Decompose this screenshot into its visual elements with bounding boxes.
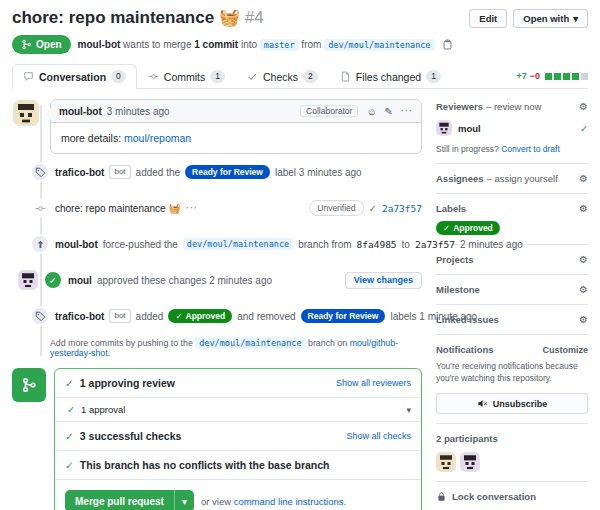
show-all-reviewers-link[interactable]: Show all reviewers <box>336 378 411 388</box>
edit-button[interactable]: Edit <box>469 9 507 28</box>
tab-commits[interactable]: Commits1 <box>137 64 236 89</box>
sidebar-notifications: Notifications Customize You're receiving… <box>436 335 588 424</box>
merge-description: moul-bot wants to merge 1 commit into ma… <box>78 39 435 50</box>
git-merge-icon <box>21 39 32 50</box>
tab-files-changed[interactable]: Files changed1 <box>329 64 452 89</box>
header-buttons: Edit Open with ▾ <box>469 9 588 28</box>
push-hint: Add more commits by pushing to the dev/m… <box>50 338 422 358</box>
merge-row-approval-detail[interactable]: ✓ 1 approval ▾ <box>55 397 421 421</box>
tab-count: 1 <box>426 70 441 83</box>
assign-yourself-action[interactable]: – assign yourself <box>487 173 558 184</box>
comment-icon <box>23 71 34 82</box>
git-merge-status-icon <box>12 368 46 402</box>
avatar[interactable] <box>460 452 480 472</box>
pr-title-text: chore: repo maintenance <box>12 8 214 27</box>
gear-icon[interactable]: ⚙ <box>579 284 588 295</box>
avatar <box>436 120 452 136</box>
comment-box: moul-bot 3 minutes ago Collaborator ☺ ✎ … <box>50 99 422 154</box>
gear-icon[interactable]: ⚙ <box>579 314 588 325</box>
gear-icon[interactable]: ⚙ <box>579 254 588 265</box>
diffstat-block <box>545 73 552 80</box>
base-branch-ref[interactable]: master <box>260 39 299 51</box>
pr-header: chore: repo maintenance 🧺 #4 Edit Open w… <box>12 8 588 28</box>
sidebar-projects: Projects ⚙ <box>436 245 588 275</box>
gear-icon[interactable]: ⚙ <box>579 203 588 214</box>
comment-author[interactable]: moul-bot <box>59 106 102 117</box>
tab-count: 0 <box>111 70 126 83</box>
kebab-menu-icon[interactable]: ··· <box>401 106 413 116</box>
merge-row-conflicts: ✓ This branch has no conflicts with the … <box>55 450 421 479</box>
check-icon: ✓ <box>175 311 182 322</box>
repoman-link[interactable]: moul/repoman <box>124 132 191 144</box>
comment-actions: Collaborator ☺ ✎ ··· <box>300 105 413 117</box>
copy-branch-icon[interactable] <box>442 39 453 50</box>
label-ready-for-review[interactable]: Ready for Review <box>301 309 386 323</box>
label-approved[interactable]: ✓Approved <box>168 309 232 323</box>
participant-avatars <box>436 452 588 472</box>
diffstat-block <box>581 73 588 80</box>
diffstat-block <box>554 73 561 80</box>
check-icon: ✓ <box>65 459 74 471</box>
head-branch-ref[interactable]: dev/moul/maintenance <box>183 238 293 250</box>
sidebar-participants: 2 participants <box>436 424 588 482</box>
reviewer-row[interactable]: moul ✓ <box>436 120 588 136</box>
sidebar-lock: Lock conversation <box>436 482 588 510</box>
bot-badge: bot <box>109 165 130 179</box>
gear-icon[interactable]: ⚙ <box>579 101 588 112</box>
pr-title-emoji: 🧺 <box>219 8 240 27</box>
actor-name[interactable]: moul-bot <box>55 239 98 250</box>
tag-icon <box>30 306 50 326</box>
view-changes-button[interactable]: View changes <box>345 272 422 289</box>
label-ready-for-review[interactable]: Ready for Review <box>185 165 270 179</box>
actor-name[interactable]: trafico-bot <box>55 167 104 178</box>
reviewer-name: moul <box>458 123 481 134</box>
show-all-checks-link[interactable]: Show all checks <box>346 431 411 441</box>
head-branch-ref[interactable]: dev/moul/maintenance <box>324 39 434 51</box>
timeline: moul-bot 3 minutes ago Collaborator ☺ ✎ … <box>12 99 422 358</box>
merge-options-chevron-icon[interactable]: ▾ <box>174 490 194 510</box>
review-now-action[interactable]: – review now <box>486 101 541 112</box>
pencil-edit-icon[interactable]: ✎ <box>385 106 393 117</box>
chevron-down-icon[interactable]: ▾ <box>406 405 411 415</box>
commit-sha-link[interactable]: 2a73f57 <box>382 203 422 214</box>
customize-link[interactable]: Customize <box>542 345 588 355</box>
new-sha-link[interactable]: 2a73f57 <box>415 239 455 250</box>
actor-name[interactable]: moul <box>68 275 92 286</box>
lock-conversation-button[interactable]: Lock conversation <box>436 491 588 502</box>
merge-pull-request-button[interactable]: Merge pull request ▾ <box>65 490 194 510</box>
pr-author[interactable]: moul-bot <box>78 39 121 50</box>
avatar[interactable] <box>13 100 39 126</box>
actor-name[interactable]: trafico-bot <box>55 311 104 322</box>
comment-timestamp[interactable]: 3 minutes ago <box>107 106 170 117</box>
check-icon: ✓ <box>67 404 75 415</box>
tag-icon <box>30 162 50 182</box>
old-sha-link[interactable]: 8fa4985 <box>357 239 397 250</box>
smiley-reaction-icon[interactable]: ☺ <box>366 106 376 117</box>
chevron-down-icon: ▾ <box>573 13 578 24</box>
commit-message[interactable]: chore: repo maintenance 🧺 <box>55 203 181 214</box>
tab-count: 2 <box>303 70 318 83</box>
reviewers-title: Reviewers <box>436 101 483 112</box>
head-branch-ref[interactable]: dev/moul/maintenance <box>195 337 305 349</box>
unsubscribe-button[interactable]: Unsubscribe <box>436 393 588 414</box>
avatar[interactable] <box>18 270 38 290</box>
sidebar-reviewers: Reviewers – review now ⚙ moul ✓ Still in… <box>436 99 588 164</box>
comment-header: moul-bot 3 minutes ago Collaborator ☺ ✎ … <box>51 100 421 123</box>
sidebar: Reviewers – review now ⚙ moul ✓ Still in… <box>436 99 588 510</box>
open-with-button[interactable]: Open with ▾ <box>513 9 588 28</box>
gear-icon[interactable]: ⚙ <box>579 173 588 184</box>
commit-expand-icon[interactable]: ··· <box>186 203 198 213</box>
convert-to-draft-link[interactable]: Convert to draft <box>501 144 560 154</box>
mute-icon <box>477 398 488 409</box>
pr-meta-row: Open moul-bot wants to merge 1 commit in… <box>12 35 588 54</box>
cli-hint: or view command line instructions. <box>201 496 346 507</box>
command-line-instructions-link[interactable]: command line instructions. <box>234 496 346 507</box>
commit-icon <box>148 71 159 82</box>
timeline-event-commit: chore: repo maintenance 🧺 ··· Unverified… <box>12 190 422 226</box>
check-icon: ✓ <box>65 430 74 442</box>
avatar[interactable] <box>436 452 456 472</box>
tab-checks[interactable]: Checks2 <box>236 64 329 89</box>
tab-conversation[interactable]: Conversation0 <box>12 64 137 89</box>
label-approved[interactable]: ✓Approved <box>436 221 500 235</box>
page-title: chore: repo maintenance 🧺 #4 <box>12 8 469 28</box>
